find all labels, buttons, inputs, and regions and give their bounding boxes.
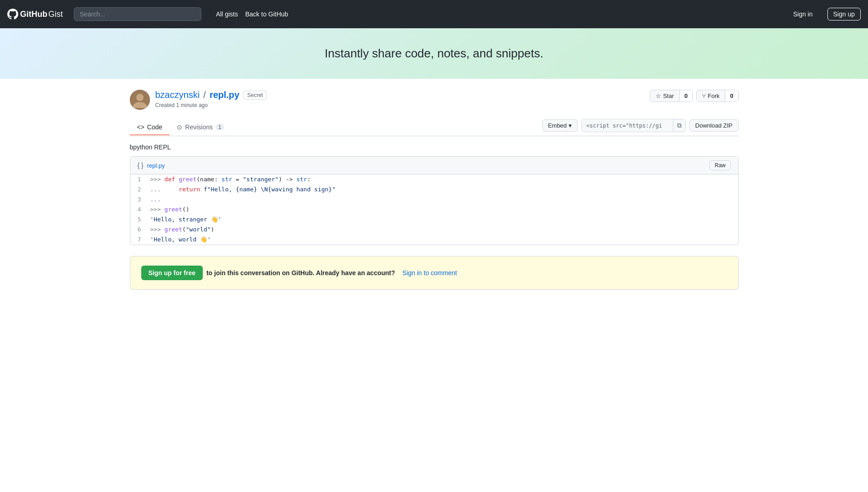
table-row: 4>>> greet(): [130, 205, 738, 215]
download-zip-button[interactable]: Download ZIP: [689, 119, 739, 132]
nav-links: All gists Back to GitHub: [216, 10, 288, 18]
table-row: 2... return f"Hello, {name} \N{waving ha…: [130, 184, 738, 195]
revisions-count-badge: 1: [216, 124, 224, 130]
table-row: 1>>> def greet(name: str = "stranger") -…: [130, 174, 738, 184]
github-text: GitHub: [20, 10, 47, 19]
revisions-icon: ⊙: [177, 123, 182, 131]
gist-separator: /: [203, 90, 206, 100]
line-code: ... return f"Hello, {name} \N{waving han…: [149, 184, 738, 195]
star-button[interactable]: ☆ Star: [650, 90, 679, 102]
main-content: bzaczynski / repl.py Secret Created 1 mi…: [115, 79, 753, 301]
navbar: GitHub Gist All gists Back to GitHub Sig…: [0, 0, 868, 28]
file-box: { } repl.py Raw 1>>> def greet(name: str…: [130, 156, 739, 245]
line-number: 4: [130, 205, 149, 215]
gist-text: Gist: [48, 10, 63, 19]
tab-revisions-label: Revisions: [185, 123, 213, 131]
gist-title: bzaczynski / repl.py Secret: [155, 90, 267, 100]
embed-url-input[interactable]: [582, 120, 673, 131]
signup-free-button[interactable]: Sign up for free: [141, 266, 203, 280]
gist-created-time: Created 1 minute ago: [155, 102, 267, 108]
fork-count: 0: [725, 90, 738, 102]
tab-revisions[interactable]: ⊙ Revisions 1: [169, 120, 231, 135]
file-header-left: { } repl.py: [138, 162, 165, 169]
file-code-icon: { }: [138, 162, 144, 169]
gist-secret-badge: Secret: [243, 91, 267, 100]
fork-icon: ⑂: [702, 92, 706, 99]
line-number: 3: [130, 195, 149, 205]
line-code: 'Hello, world 👋': [149, 235, 738, 245]
star-group: ☆ Star 0: [650, 90, 693, 102]
star-count: 0: [679, 90, 692, 102]
line-number: 2: [130, 184, 149, 195]
table-row: 7'Hello, world 👋': [130, 235, 738, 245]
github-icon: [7, 9, 18, 20]
code-icon: <>: [137, 123, 144, 131]
gist-owner-link[interactable]: bzaczynski: [155, 90, 200, 100]
embed-button[interactable]: Embed ▾: [542, 119, 578, 132]
file-name-link[interactable]: repl.py: [147, 162, 165, 169]
line-code: 'Hello, stranger 👋': [149, 215, 738, 225]
copy-icon: ⧉: [677, 122, 682, 129]
search-input[interactable]: [74, 7, 201, 21]
embed-input-group: ⧉: [581, 119, 686, 132]
back-to-github-link[interactable]: Back to GitHub: [245, 10, 288, 18]
line-code: >>> greet(): [149, 205, 738, 215]
line-code: >>> greet("world"): [149, 225, 738, 235]
hero-tagline: Instantly share code, notes, and snippet…: [325, 46, 544, 60]
line-number: 1: [130, 174, 149, 184]
signin-link[interactable]: Sign in: [793, 10, 813, 18]
tab-code-label: Code: [147, 123, 162, 131]
gist-filename-link[interactable]: repl.py: [210, 90, 240, 100]
svg-point-1: [136, 94, 144, 101]
star-icon: ☆: [656, 92, 661, 99]
gist-info: bzaczynski / repl.py Secret Created 1 mi…: [155, 90, 267, 108]
tab-code[interactable]: <> Code: [130, 120, 170, 135]
gist-header: bzaczynski / repl.py Secret Created 1 mi…: [130, 90, 739, 110]
tabs-bar: <> Code ⊙ Revisions 1 Embed ▾ ⧉ Download…: [130, 119, 739, 136]
line-code: ...: [149, 195, 738, 205]
file-title: bpython REPL: [130, 144, 739, 151]
fork-group: ⑂ Fork 0: [696, 90, 738, 102]
line-code: >>> def greet(name: str = "stranger") ->…: [149, 174, 738, 184]
line-number: 6: [130, 225, 149, 235]
avatar-image: [130, 90, 150, 110]
all-gists-link[interactable]: All gists: [216, 10, 238, 18]
embed-label: Embed: [548, 122, 567, 129]
table-row: 3...: [130, 195, 738, 205]
tabs-left: <> Code ⊙ Revisions 1: [130, 120, 231, 135]
star-label: Star: [663, 92, 674, 99]
gist-meta: bzaczynski / repl.py Secret Created 1 mi…: [130, 90, 267, 110]
line-number: 5: [130, 215, 149, 225]
chevron-down-icon: ▾: [569, 122, 572, 129]
copy-embed-button[interactable]: ⧉: [673, 119, 685, 132]
fork-label: Fork: [708, 92, 719, 99]
site-logo: GitHub Gist: [7, 9, 63, 20]
signup-link[interactable]: Sign up: [827, 8, 861, 20]
table-row: 5'Hello, stranger 👋': [130, 215, 738, 225]
line-number: 7: [130, 235, 149, 245]
tabs-toolbar: Embed ▾ ⧉ Download ZIP: [542, 119, 739, 136]
signup-banner: Sign up for free to join this conversati…: [130, 256, 739, 290]
avatar: [130, 90, 150, 110]
code-table: 1>>> def greet(name: str = "stranger") -…: [130, 174, 738, 245]
fork-button[interactable]: ⑂ Fork: [697, 90, 725, 102]
file-section: bpython REPL { } repl.py Raw 1>>> def gr…: [130, 144, 739, 245]
table-row: 6>>> greet("world"): [130, 225, 738, 235]
hero-section: Instantly share code, notes, and snippet…: [0, 28, 868, 79]
signin-to-comment-link[interactable]: Sign in to comment: [402, 269, 457, 277]
gist-actions: ☆ Star 0 ⑂ Fork 0: [650, 90, 738, 102]
signup-text: to join this conversation on GitHub. Alr…: [206, 269, 395, 277]
signup-bold-text: to join this conversation on GitHub. Alr…: [206, 269, 395, 277]
raw-button[interactable]: Raw: [709, 160, 730, 170]
file-header: { } repl.py Raw: [130, 157, 738, 174]
